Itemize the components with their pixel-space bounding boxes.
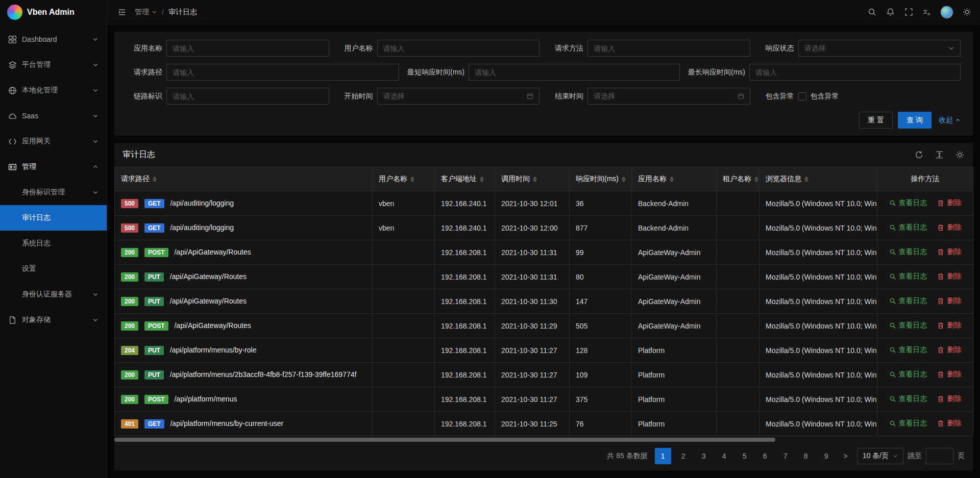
start-time-picker[interactable]: 请选择 [377,88,540,105]
col-header-app-name[interactable]: 应用名称 [632,167,717,191]
reset-button[interactable]: 重 置 [859,112,893,129]
page-button-3[interactable]: 3 [696,448,712,464]
sidebar-item-settings[interactable]: 设置 [0,256,107,282]
sidebar-item-identity-server[interactable]: 身份认证服务器 [0,282,107,307]
trace-id-input[interactable] [166,88,329,105]
table-body: 500 GET /api/auditing/logging vben 192.1… [115,191,973,436]
status-badge: 200 [121,272,138,282]
scrollbar-thumb[interactable] [114,438,775,442]
request-method-input[interactable] [587,40,750,57]
app-logo[interactable]: Vben Admin [0,0,107,24]
page-size-select[interactable]: 10 条/页 [857,448,903,464]
delete-button[interactable]: 删除 [937,272,961,281]
collapse-link[interactable]: 收起 [939,116,961,125]
sidebar-item-management[interactable]: 管理 [0,154,107,180]
page-button-9[interactable]: 9 [818,448,835,464]
search-submit-button[interactable]: 查 询 [898,112,932,129]
page-button-6[interactable]: 6 [757,448,773,464]
sidebar-item-saas[interactable]: Saas [0,103,107,129]
fullscreen-button[interactable] [899,0,918,24]
response-time-cell: 109 [570,363,632,387]
page-button-5[interactable]: 5 [737,448,753,464]
gateway-icon [8,137,17,146]
breadcrumb-section[interactable]: 管理 [135,8,157,17]
filter-actions: 重 置 查 询 收起 [122,112,965,129]
notification-button[interactable] [881,0,899,24]
sidebar-item-platform-management[interactable]: 平台管理 [0,52,107,78]
view-log-button[interactable]: 查看日志 [889,247,927,257]
reload-button[interactable] [915,150,924,160]
delete-button[interactable]: 删除 [937,419,961,428]
column-settings-button[interactable] [955,150,965,160]
col-header-call-time[interactable]: 调用时间 [495,167,570,191]
avatar[interactable] [940,6,953,19]
max-response-time-input[interactable] [749,64,961,81]
settings-button[interactable] [958,0,976,24]
view-log-button[interactable]: 查看日志 [889,296,927,306]
search-button[interactable] [863,0,881,24]
status-badge: 500 [121,223,138,233]
page-button-7[interactable]: 7 [777,448,794,464]
filter-request-method: 请求方法 [544,40,754,57]
sidebar-item-dashboard[interactable]: Dashboard [0,27,107,52]
page-button-4[interactable]: 4 [716,448,732,464]
view-log-button[interactable]: 查看日志 [889,198,927,208]
chevron-up-icon [92,164,99,170]
include-exception-checkbox[interactable] [798,92,806,100]
sidebar-item-app-gateway[interactable]: 应用网关 [0,129,107,154]
view-log-button[interactable]: 查看日志 [889,419,927,428]
view-log-button[interactable]: 查看日志 [889,394,927,404]
method-badge: PUT [144,370,164,380]
search-icon [889,420,896,427]
view-log-button[interactable]: 查看日志 [889,272,927,281]
delete-button[interactable]: 删除 [937,296,961,306]
min-response-time-input[interactable] [469,64,680,81]
call-time-cell: 2021-10-30 11:27 [495,363,570,387]
response-status-select[interactable]: 请选择 [798,40,961,57]
delete-button[interactable]: 删除 [937,223,961,232]
request-path-input[interactable] [166,64,399,81]
sidebar-item-localization-management[interactable]: 本地化管理 [0,78,107,103]
page-jump-input[interactable] [926,448,953,464]
col-header-tenant-name[interactable]: 租户名称 [717,167,760,191]
client-address-cell: 192.168.240.1 [435,191,495,216]
col-header-client-address[interactable]: 客户端地址 [435,167,495,191]
sidebar-item-object-storage[interactable]: 对象存储 [0,307,107,333]
sidebar-item-identity-management[interactable]: 身份标识管理 [0,180,107,205]
delete-button[interactable]: 删除 [937,345,961,355]
field-label: 响应状态 [758,44,794,53]
page-button-2[interactable]: 2 [675,448,692,464]
col-header-response-time[interactable]: 响应时间(ms) [570,167,632,191]
col-header-user-name[interactable]: 用户名称 [373,167,435,191]
view-log-button[interactable]: 查看日志 [889,223,927,232]
col-header-browser-info[interactable]: 浏览器信息 [760,167,877,191]
app-name-input[interactable] [166,40,329,57]
delete-button[interactable]: 删除 [937,198,961,208]
chevron-down-icon [92,113,99,119]
page-button-1[interactable]: 1 [655,448,671,464]
chevron-down-icon [152,9,157,15]
delete-button[interactable]: 删除 [937,370,961,379]
call-time-cell: 2021-10-30 12:00 [495,216,570,240]
col-header-request-path[interactable]: 请求路径 [115,167,373,191]
menu-fold-button[interactable] [114,0,130,24]
sidebar-item-system-log[interactable]: 系统日志 [0,231,107,256]
delete-button[interactable]: 删除 [937,247,961,257]
page-button-8[interactable]: 8 [798,448,814,464]
app-name-cell: Platform [632,387,717,412]
locale-button[interactable]: 文A [918,0,936,24]
sidebar-item-audit-log[interactable]: 审计日志 [0,205,107,231]
view-log-button[interactable]: 查看日志 [889,321,927,330]
delete-button[interactable]: 删除 [937,321,961,330]
end-time-picker[interactable]: 请选择 [587,88,750,105]
next-page-button[interactable]: > [839,448,853,464]
app-name-cell: ApiGateWay-Admin [632,240,717,265]
user-name-input[interactable] [377,40,540,57]
table-row: 200 PUT /api/ApiGateway/Routes 192.168.2… [115,265,973,289]
view-log-button[interactable]: 查看日志 [889,370,927,379]
delete-button[interactable]: 删除 [937,394,961,404]
browser-info-cell: Mozilla/5.0 (Windows NT 10.0; Win [760,412,877,436]
view-log-button[interactable]: 查看日志 [889,345,927,355]
column-height-button[interactable] [935,150,944,160]
sort-carets-icon [410,177,414,182]
